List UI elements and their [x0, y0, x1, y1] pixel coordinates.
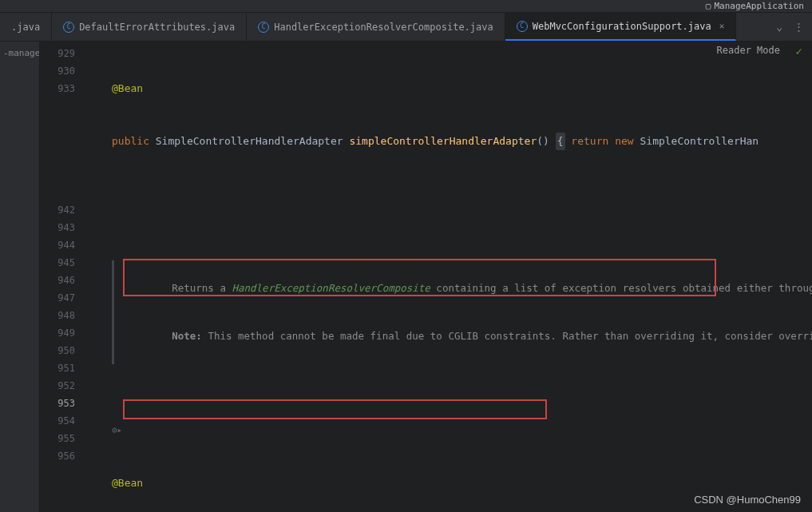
line-number: 930 — [40, 62, 75, 80]
line-number: 956 — [40, 447, 75, 465]
line-number: 943 — [40, 219, 75, 236]
inspections-ok-icon[interactable]: ✓ — [796, 45, 802, 58]
annotation: @Bean — [112, 477, 143, 489]
tab-web-mvc-configuration-support[interactable]: C WebMvcConfigurationSupport.java ✕ — [505, 13, 737, 41]
line-number: 942 — [40, 201, 75, 219]
gutter-bean-icon[interactable]: ⚙▸ — [88, 422, 812, 439]
sidebar-item[interactable]: -manage — [0, 46, 39, 60]
top-bar: ▢ ManageApplication — [0, 0, 812, 13]
tab-label: HandlerExceptionResolverComposite.java — [274, 22, 493, 33]
reader-mode-label[interactable]: Reader Mode — [717, 45, 780, 56]
line-number: 929 — [40, 45, 75, 62]
line-number: 944 — [40, 236, 75, 254]
code-content: @Bean public SimpleControllerHandlerAdap… — [88, 42, 812, 512]
watermark: CSDN @HumoChen99 — [694, 494, 801, 506]
main: -manage 929 930 933 942 943 944 945 946 … — [0, 42, 812, 512]
line-number: 947 — [40, 289, 75, 307]
tab-label: WebMvcConfigurationSupport.java — [533, 21, 711, 32]
line-gutter: 929 930 933 942 943 944 945 946 947 948 … — [40, 42, 88, 512]
line-number: 945 — [40, 254, 75, 272]
class-icon: C — [517, 21, 528, 32]
more-icon[interactable]: ⋮ — [794, 21, 804, 33]
close-icon[interactable]: ✕ — [719, 21, 725, 31]
tab-label: .java — [11, 22, 40, 33]
project-sidebar[interactable]: -manage — [0, 42, 40, 512]
tab-handler-exception-resolver-composite[interactable]: C HandlerExceptionResolverComposite.java — [247, 13, 505, 41]
line-number: 954 — [40, 412, 75, 430]
line-number: 946 — [40, 272, 75, 289]
line-number: 951 — [40, 359, 75, 377]
class-icon: C — [258, 22, 269, 33]
editor-tabs: .java C DefaultErrorAttributes.java C Ha… — [0, 13, 812, 42]
run-config-label: ManageApplication — [714, 1, 804, 11]
line-number: 955 — [40, 430, 75, 447]
line-number: 933 — [40, 80, 75, 97]
chevron-down-icon[interactable]: ⌄ — [776, 21, 782, 33]
annotation: @Bean — [112, 82, 143, 94]
run-config[interactable]: ▢ ManageApplication — [706, 1, 804, 11]
line-number: 952 — [40, 377, 75, 395]
tab-label: DefaultErrorAttributes.java — [79, 22, 235, 33]
run-icon: ▢ — [706, 1, 711, 11]
line-number: 953 — [40, 395, 75, 412]
code-editor[interactable]: Reader Mode ✓ @Bean public SimpleControl… — [88, 42, 812, 512]
line-number: 948 — [40, 307, 75, 324]
tab-java[interactable]: .java — [0, 13, 52, 41]
javadoc-block: Returns a HandlerExceptionResolverCompos… — [112, 260, 735, 364]
line-number: 950 — [40, 342, 75, 359]
tab-default-error-attributes[interactable]: C DefaultErrorAttributes.java — [52, 13, 247, 41]
class-icon: C — [63, 22, 74, 33]
line-number: 949 — [40, 324, 75, 342]
tab-actions: ⌄ ⋮ — [768, 13, 812, 41]
